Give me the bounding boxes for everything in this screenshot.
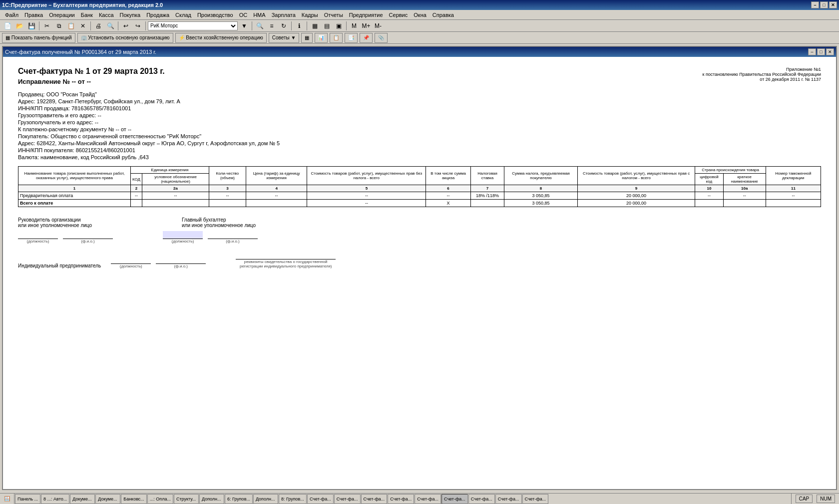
menu-reports[interactable]: Отчеты [321,11,346,19]
doc-maximize[interactable]: □ [817,48,825,55]
menu-warehouse[interactable]: Склад [172,11,194,19]
menu-staff[interactable]: Кадры [299,11,321,19]
btn-icon1[interactable]: ▦ [301,33,313,43]
th-taxsum: Сумма налога, предъявляемая покупателю [504,167,578,185]
tb-save[interactable]: 💾 [26,21,37,31]
total-empty1 [130,200,142,207]
th-unit: Единица измерения [130,167,209,174]
chief-pos-highlight [163,231,203,239]
menu-operations[interactable]: Операции [46,11,77,19]
tb-undo[interactable]: ↩ [120,21,131,31]
col-num-7: 7 [470,185,504,192]
menu-production[interactable]: Производство [194,11,236,19]
taskbar-item-2[interactable]: Докуме... [70,494,95,504]
operation-label: Ввести хозяйственную операцию [186,35,263,40]
taskbar-item-19[interactable]: Счет-фа... [522,494,549,504]
menu-file[interactable]: Файл [2,11,21,19]
taskbar-item-10[interactable]: 8: Групов... [279,494,307,504]
doc-content[interactable]: Приложение №1 к постановлению Правительс… [3,57,836,489]
taskbar-item-8[interactable]: 6: Групов... [225,494,253,504]
operation-icon: ⚡ [179,35,185,40]
tb-cut[interactable]: ✂ [41,21,52,31]
head-fio-label: (ф.и.о.) [81,239,95,244]
doc-minimize[interactable]: – [808,48,816,55]
taskbar-item-18[interactable]: Счет-фа... [495,494,522,504]
shipper-row: Грузоотправитель и его адрес: -- [18,112,821,118]
doc-close[interactable]: ✕ [826,48,834,55]
tb-preview[interactable]: 🔍 [105,21,116,31]
taskbar-item-5[interactable]: ...: Опла... [147,494,173,504]
tb-open[interactable]: 📂 [14,21,25,31]
annotation-line2: к постановлению Правительства Российской… [702,72,821,77]
tb-delete[interactable]: ✕ [77,21,88,31]
close-button[interactable]: ✕ [829,1,837,8]
menu-purchase[interactable]: Покупка [117,11,144,19]
tb-layout3[interactable]: ▣ [333,21,344,31]
taskbar-item-1[interactable]: 8 ...: Авто... [41,494,69,504]
menu-cash[interactable]: Касса [96,11,117,19]
menu-bank[interactable]: Банк [78,11,96,19]
btn-tips[interactable]: Советы ▼ [269,33,300,43]
th-taxrate: Налоговая ставка [470,167,504,185]
taskbar-item-14[interactable]: Счет-фа... [388,494,414,504]
menu-service[interactable]: Сервис [386,11,411,19]
total-value-notax: -- [307,200,426,207]
tb-find[interactable]: 🔍 [254,21,265,31]
btn-set-org[interactable]: 🏢 Установить основную организацию [77,33,173,43]
menu-help[interactable]: Справка [429,11,457,19]
tb-layout2[interactable]: ▤ [321,21,332,31]
org-selector[interactable]: РиК Моторс [148,21,238,30]
menu-edit[interactable]: Правка [21,11,46,19]
tb-m-plus[interactable]: M+ [361,21,372,31]
address-value: 192289, Санкт-Петербург, Софийская ул., … [37,98,180,104]
menu-salary[interactable]: Зарплата [269,11,299,19]
btn-icon6[interactable]: 📎 [375,33,388,43]
tb-copy[interactable]: ⧉ [53,21,64,31]
tb-refresh[interactable]: ↻ [278,21,289,31]
btn-icon5[interactable]: 📌 [360,33,373,43]
maximize-button[interactable]: □ [820,1,828,8]
btn-panel-functions[interactable]: ▦ Показать панель функций [2,33,75,43]
tb-print[interactable]: 🖨 [93,21,104,31]
taskbar-item-17[interactable]: Счет-фа... [468,494,495,504]
tb-redo[interactable]: ↪ [132,21,143,31]
taskbar-item-4[interactable]: Банковс... [121,494,147,504]
buyer-address-value: 628422, Ханты-Мансийский Автономный окру… [37,140,280,146]
taskbar-start[interactable]: 🪟 [0,494,14,504]
menu-os[interactable]: ОС [236,11,251,19]
taskbar-item-16[interactable]: Счет-фа... [441,494,468,504]
minimize-button[interactable]: – [811,1,819,8]
tb-m-minus[interactable]: M- [373,21,384,31]
org-icon: 🏢 [81,35,87,40]
taskbar-item-0[interactable]: Панель ... [15,494,40,504]
row-value-notax: -- [307,192,426,200]
tb-info[interactable]: ℹ [294,21,305,31]
taskbar-item-12[interactable]: Счет-фа... [334,494,361,504]
doc-title-buttons[interactable]: – □ ✕ [808,48,834,55]
title-bar-buttons[interactable]: – □ ✕ [811,1,837,8]
tb-filter[interactable]: ≡ [266,21,277,31]
menu-nma[interactable]: НМА [250,11,268,19]
tb-layout1[interactable]: ▦ [309,21,320,31]
tb-new[interactable]: 📄 [2,21,13,31]
tips-label: Советы [272,35,290,40]
taskbar-item-15[interactable]: Счет-фа... [415,494,441,504]
menu-enterprise[interactable]: Предприятие [346,11,386,19]
btn-icon2[interactable]: 📊 [315,33,328,43]
tb-combo-btn[interactable]: ▼ [239,21,250,31]
tb-m[interactable]: M [349,21,360,31]
taskbar-item-7[interactable]: Дополн... [199,494,224,504]
consignee-value: -- [95,119,98,125]
taskbar-item-11[interactable]: Счет-фа... [307,494,334,504]
tb-paste[interactable]: 📋 [65,21,76,31]
btn-icon4[interactable]: 📑 [345,33,358,43]
btn-icon3[interactable]: 📋 [330,33,343,43]
taskbar-item-6[interactable]: Структу... [174,494,199,504]
menu-sales[interactable]: Продажа [143,11,172,19]
taskbar-item-13[interactable]: Счет-фа... [361,494,388,504]
taskbar-item-3[interactable]: Докуме... [95,494,120,504]
btn-enter-operation[interactable]: ⚡ Ввести хозяйственную операцию [175,33,267,43]
row-excise: -- [426,192,470,200]
menu-windows[interactable]: Окна [411,11,429,19]
taskbar-item-9[interactable]: Дополн... [253,494,278,504]
